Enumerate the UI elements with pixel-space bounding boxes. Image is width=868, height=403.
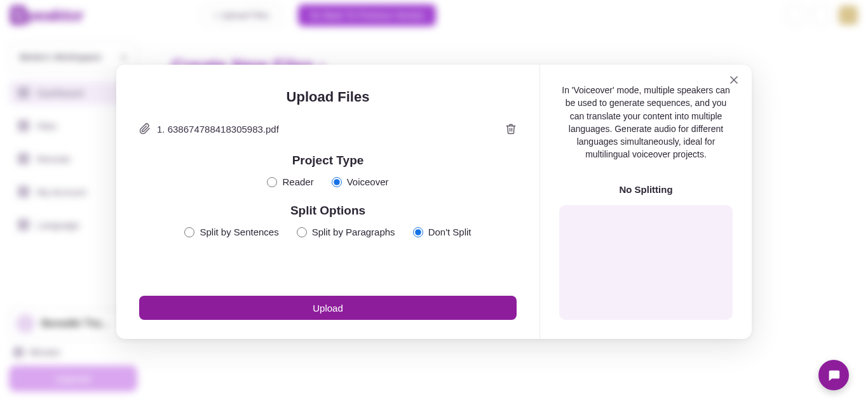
close-button[interactable] <box>728 74 740 86</box>
chat-icon <box>827 368 841 382</box>
radio-split-paragraphs-label: Split by Paragraphs <box>312 227 395 237</box>
split-options-row: Split by Sentences Split by Paragraphs D… <box>139 227 517 237</box>
modal-title: Upload Files <box>139 89 517 105</box>
radio-dont-split[interactable]: Don't Split <box>413 227 471 237</box>
radio-split-paragraphs-input[interactable] <box>297 227 307 237</box>
upload-modal: Upload Files 1. 638674788418305983.pdf P… <box>116 65 752 339</box>
info-text: In 'Voiceover' mode, multiple speakers c… <box>559 84 733 161</box>
split-options-label: Split Options <box>139 204 517 218</box>
file-name: 1. 638674788418305983.pdf <box>157 124 499 135</box>
chat-bubble-button[interactable] <box>818 360 849 390</box>
preview-title: No Splitting <box>559 184 733 195</box>
upload-button[interactable]: Upload <box>139 296 517 320</box>
modal-right-panel: In 'Voiceover' mode, multiple speakers c… <box>540 65 752 339</box>
modal-overlay: Upload Files 1. 638674788418305983.pdf P… <box>0 0 868 403</box>
radio-reader[interactable]: Reader <box>267 176 313 187</box>
file-row: 1. 638674788418305983.pdf <box>139 123 517 135</box>
radio-voiceover-input[interactable] <box>332 177 342 187</box>
preview-box <box>559 205 733 320</box>
project-type-row: Reader Voiceover <box>139 176 517 187</box>
modal-left-panel: Upload Files 1. 638674788418305983.pdf P… <box>116 65 540 339</box>
radio-split-paragraphs[interactable]: Split by Paragraphs <box>297 227 395 237</box>
radio-voiceover-label: Voiceover <box>347 176 389 187</box>
radio-split-sentences[interactable]: Split by Sentences <box>184 227 278 237</box>
radio-reader-label: Reader <box>282 176 313 187</box>
project-type-label: Project Type <box>139 154 517 168</box>
radio-dont-split-label: Don't Split <box>428 227 471 237</box>
radio-split-sentences-input[interactable] <box>184 227 194 237</box>
radio-split-sentences-label: Split by Sentences <box>200 227 278 237</box>
close-icon <box>728 74 740 86</box>
radio-dont-split-input[interactable] <box>413 227 423 237</box>
trash-icon[interactable] <box>505 123 517 135</box>
radio-voiceover[interactable]: Voiceover <box>332 176 389 187</box>
radio-reader-input[interactable] <box>267 177 277 187</box>
attachment-icon <box>139 123 151 135</box>
